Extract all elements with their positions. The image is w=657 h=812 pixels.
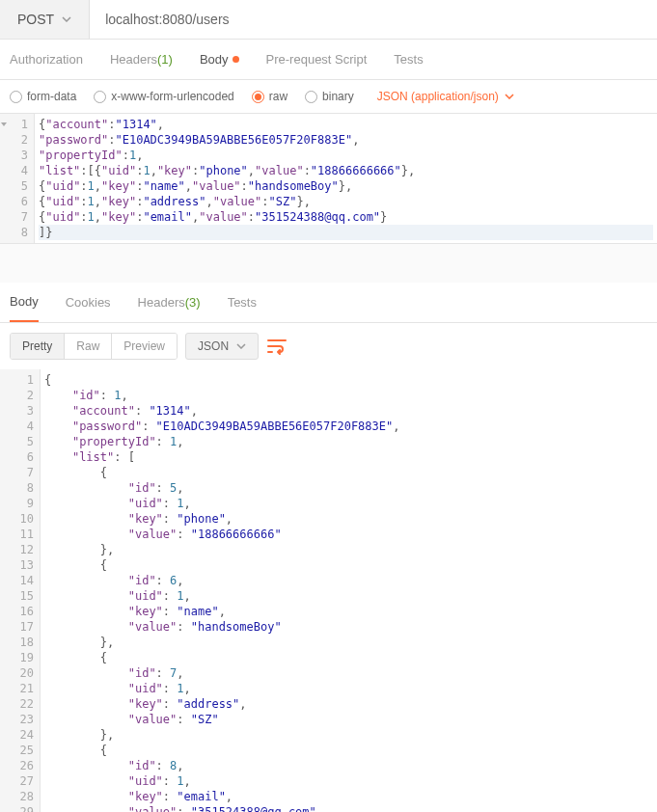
chevron-down-icon [236, 343, 246, 349]
editor-gutter: 1234567891011121314151617181920212223242… [0, 369, 41, 812]
radio-icon [305, 91, 317, 103]
http-method-dropdown[interactable]: POST [0, 0, 90, 39]
request-body-editor[interactable]: 12345678 {"account":"1314","password":"E… [0, 114, 657, 244]
wrap-lines-icon[interactable] [266, 338, 287, 355]
chevron-down-icon [62, 16, 71, 22]
response-tab-headers[interactable]: Headers (3) [138, 283, 201, 322]
tab-tests[interactable]: Tests [394, 40, 423, 79]
radio-binary[interactable]: binary [305, 90, 354, 103]
radio-formdata[interactable]: form-data [10, 90, 76, 103]
radio-icon [252, 91, 264, 103]
headers-count: (1) [157, 52, 173, 67]
radio-icon [10, 91, 22, 103]
response-tab-cookies[interactable]: Cookies [66, 283, 111, 322]
editor-gutter: 12345678 [0, 114, 35, 243]
response-headers-count: (3) [185, 295, 201, 310]
response-tab-body[interactable]: Body [10, 283, 39, 322]
tab-authorization[interactable]: Authorization [10, 40, 83, 79]
tab-headers[interactable]: Headers (1) [110, 40, 173, 79]
content-type-dropdown[interactable]: JSON (application/json) [377, 90, 514, 103]
tab-body[interactable]: Body [200, 40, 239, 79]
view-preview-button[interactable]: Preview [112, 334, 177, 359]
radio-urlencoded[interactable]: x-www-form-urlencoded [94, 90, 233, 103]
view-mode-segment: Pretty Raw Preview [10, 333, 178, 360]
spacer [0, 244, 657, 283]
response-body-editor[interactable]: 1234567891011121314151617181920212223242… [0, 369, 657, 812]
chevron-down-icon [505, 94, 514, 99]
response-format-dropdown[interactable]: JSON [185, 333, 259, 360]
editor-content: { "id": 1, "account": "1314", "password"… [41, 369, 657, 812]
url-input[interactable]: localhost:8080/users [90, 0, 657, 39]
view-raw-button[interactable]: Raw [65, 334, 112, 359]
modified-dot-icon [233, 56, 239, 63]
view-pretty-button[interactable]: Pretty [11, 334, 65, 359]
radio-icon [94, 91, 106, 103]
response-tab-tests[interactable]: Tests [228, 283, 257, 322]
tab-prerequest[interactable]: Pre-request Script [266, 40, 368, 79]
editor-content: {"account":"1314","password":"E10ADC3949… [35, 114, 657, 243]
url-text: localhost:8080/users [105, 12, 229, 27]
radio-raw[interactable]: raw [252, 90, 287, 103]
http-method-label: POST [17, 12, 54, 27]
